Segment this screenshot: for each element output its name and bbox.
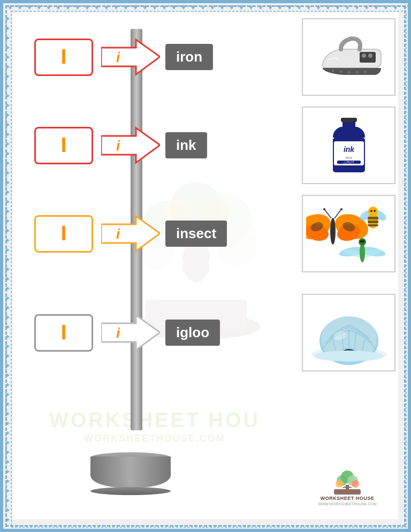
- svg-marker-171: [408, 325, 411, 329]
- svg-marker-153: [408, 152, 411, 155]
- svg-point-268: [352, 480, 359, 488]
- svg-marker-59: [153, 529, 156, 532]
- letter-I-igloo: I: [61, 321, 67, 344]
- svg-marker-60: [163, 529, 166, 532]
- svg-marker-155: [408, 171, 411, 174]
- svg-rect-203: [360, 52, 376, 63]
- svg-marker-170: [408, 316, 411, 319]
- svg-marker-189: [408, 499, 411, 502]
- svg-marker-42: [394, 5, 397, 10]
- svg-marker-123: [5, 374, 10, 377]
- svg-marker-120: [5, 345, 10, 348]
- svg-marker-12: [105, 5, 108, 10]
- svg-marker-13: [115, 5, 118, 10]
- svg-marker-21: [192, 5, 195, 10]
- svg-marker-4: [28, 5, 31, 10]
- svg-point-206: [332, 70, 334, 72]
- svg-marker-138: [5, 518, 10, 521]
- svg-marker-174: [408, 354, 411, 358]
- small-letter-iron: i: [116, 49, 120, 65]
- svg-marker-65: [211, 529, 214, 532]
- svg-marker-119: [5, 335, 10, 338]
- small-letter-ink: i: [116, 137, 120, 154]
- svg-marker-31: [288, 5, 291, 10]
- small-letter-insect: i: [116, 225, 120, 242]
- svg-marker-211: [101, 128, 160, 163]
- svg-marker-163: [408, 248, 411, 252]
- svg-marker-149: [408, 113, 411, 117]
- svg-marker-179: [408, 402, 411, 406]
- svg-marker-167: [408, 287, 411, 290]
- svg-marker-94: [5, 94, 10, 97]
- logo-brand: WORKSHEET HOUSE: [321, 496, 375, 501]
- watermark-text-bottom: WORKSHEET HOU WORKSHEETHOUSE.COM: [29, 408, 280, 444]
- svg-marker-128: [5, 422, 10, 425]
- svg-marker-157: [408, 191, 411, 194]
- svg-marker-15: [134, 5, 137, 10]
- svg-marker-87: [5, 27, 10, 30]
- svg-marker-109: [5, 239, 10, 242]
- svg-marker-62: [182, 529, 185, 532]
- svg-marker-220: [101, 216, 160, 251]
- row-iron: I i iron: [24, 37, 398, 77]
- svg-rect-269: [346, 485, 349, 490]
- pole-base: [90, 452, 171, 495]
- svg-marker-190: [408, 508, 411, 512]
- row-ink: I i ink: [24, 125, 398, 165]
- svg-marker-2: [9, 5, 12, 10]
- svg-marker-63: [192, 529, 195, 532]
- svg-marker-91: [5, 65, 10, 69]
- svg-marker-154: [408, 162, 411, 165]
- svg-marker-95: [5, 104, 10, 107]
- svg-marker-50: [66, 529, 70, 532]
- svg-marker-93: [5, 85, 10, 88]
- svg-text:blue: blue: [345, 156, 352, 159]
- svg-marker-127: [5, 412, 10, 415]
- image-iron: [302, 18, 395, 96]
- svg-marker-64: [201, 529, 204, 532]
- svg-marker-164: [408, 258, 411, 261]
- image-ink: ink blue ◁ PILOT: [302, 107, 395, 184]
- svg-marker-48: [47, 529, 50, 532]
- svg-marker-132: [5, 460, 10, 463]
- svg-text:◁ PILOT: ◁ PILOT: [344, 161, 354, 164]
- svg-marker-114: [5, 287, 10, 290]
- svg-marker-141: [408, 36, 411, 40]
- svg-marker-86: [5, 17, 10, 20]
- svg-marker-10: [86, 5, 89, 10]
- svg-marker-44: [9, 529, 12, 532]
- svg-marker-117: [5, 316, 10, 319]
- svg-marker-29: [269, 5, 272, 10]
- svg-marker-100: [5, 152, 10, 155]
- word-label-ink: ink: [165, 132, 207, 158]
- svg-marker-5: [37, 5, 41, 10]
- svg-marker-30: [278, 5, 281, 10]
- svg-marker-20: [182, 5, 185, 10]
- svg-marker-202: [101, 40, 160, 74]
- svg-marker-47: [37, 529, 41, 532]
- svg-marker-124: [5, 383, 10, 386]
- svg-marker-81: [365, 529, 368, 532]
- svg-marker-90: [5, 56, 10, 59]
- svg-marker-83: [384, 529, 387, 532]
- image-igloo: [302, 294, 395, 371]
- svg-marker-11: [95, 5, 98, 10]
- svg-marker-181: [408, 422, 411, 425]
- svg-text:ink: ink: [343, 145, 354, 154]
- arrow-ink: i: [101, 125, 160, 165]
- svg-marker-58: [143, 529, 147, 532]
- svg-marker-68: [240, 529, 243, 532]
- svg-marker-129: [5, 431, 10, 435]
- svg-marker-162: [408, 239, 411, 242]
- svg-marker-144: [408, 65, 411, 69]
- svg-marker-188: [408, 489, 411, 492]
- outer-border: // Will be rendered as static pattern: [0, 0, 411, 532]
- svg-marker-136: [5, 499, 10, 502]
- svg-marker-49: [57, 529, 60, 532]
- svg-point-267: [336, 480, 343, 488]
- letter-box-ink: I: [34, 127, 93, 164]
- svg-marker-161: [408, 229, 411, 232]
- logo-tree-icon: [331, 469, 363, 496]
- svg-marker-34: [317, 5, 320, 10]
- word-label-igloo: igloo: [165, 320, 220, 346]
